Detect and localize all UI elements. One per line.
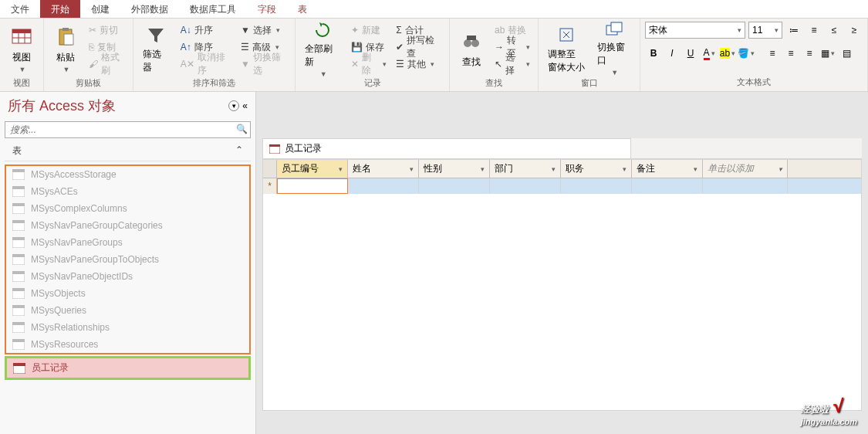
find-button[interactable]: 查找: [454, 22, 488, 76]
column-header[interactable]: 备注▾: [632, 160, 703, 178]
active-cell[interactable]: [277, 178, 348, 194]
selection-filter-button[interactable]: ▼选择▾: [238, 22, 290, 39]
cell[interactable]: [419, 178, 490, 194]
sort-desc-icon: A↑: [181, 42, 191, 53]
fit-window-button[interactable]: 调整至 窗体大小: [543, 22, 589, 76]
copy-icon: ⎘: [89, 42, 94, 53]
underline-button[interactable]: U: [682, 45, 699, 62]
tab-home[interactable]: 开始: [40, 0, 80, 18]
cell[interactable]: [561, 178, 632, 194]
switch-window-button[interactable]: 切换窗口 ▼: [593, 22, 635, 76]
search-input[interactable]: [5, 121, 251, 138]
new-record-button[interactable]: ✦新建: [348, 22, 390, 39]
column-dropdown-icon[interactable]: ▾: [339, 165, 343, 173]
nav-item[interactable]: MSysResources: [6, 336, 249, 353]
svg-rect-10: [467, 36, 476, 40]
indent-inc-button[interactable]: ≥: [846, 22, 863, 39]
view-button[interactable]: 视图 ▼: [5, 22, 39, 76]
nav-section-header[interactable]: 表 ⌃: [5, 141, 251, 161]
nav-item[interactable]: MSysObjects: [6, 285, 249, 302]
toggle-filter-button[interactable]: ▼切换筛选: [238, 56, 290, 73]
column-dropdown-icon[interactable]: ▾: [623, 165, 627, 173]
nav-item[interactable]: MSysAccessStorage: [6, 166, 249, 183]
align-center-button[interactable]: ≡: [782, 45, 799, 62]
altcolor-button[interactable]: ▤: [838, 45, 855, 62]
nav-item[interactable]: MSysRelationships: [6, 319, 249, 336]
bullets-icon: ≔: [789, 25, 799, 36]
tab-fields[interactable]: 字段: [247, 0, 287, 18]
cell[interactable]: [490, 178, 561, 194]
bold-button[interactable]: B: [645, 45, 662, 62]
gridlines-button[interactable]: ▦▾: [819, 45, 836, 62]
bullets-button[interactable]: ≔: [785, 22, 802, 39]
font-select[interactable]: 宋体▾: [645, 22, 745, 39]
tab-create[interactable]: 创建: [80, 0, 120, 18]
nav-item[interactable]: MSysQueries: [6, 302, 249, 319]
nav-item[interactable]: MSysNavPaneObjectIDs: [6, 268, 249, 285]
nav-item[interactable]: MSysNavPaneGroupCategories: [6, 217, 249, 234]
cell[interactable]: [632, 178, 703, 194]
datasheet-body[interactable]: [263, 194, 861, 410]
column-header[interactable]: 姓名▾: [348, 160, 419, 178]
align-left-button[interactable]: ≡: [764, 45, 781, 62]
more-records-button[interactable]: ☰其他▾: [393, 56, 444, 73]
numbering-button[interactable]: ≡: [806, 22, 822, 39]
column-header[interactable]: 职务▾: [561, 160, 632, 178]
object-tab[interactable]: 员工记录: [262, 138, 631, 158]
svg-rect-17: [12, 186, 25, 189]
nav-item[interactable]: MSysNavPaneGroupToObjects: [6, 251, 249, 268]
fillcolor-button[interactable]: 🪣▾: [738, 45, 755, 62]
nav-item-selected[interactable]: 员工记录: [7, 358, 248, 378]
search-icon[interactable]: 🔍: [236, 124, 248, 134]
delete-record-button[interactable]: ✕删除▾: [348, 56, 390, 73]
column-dropdown-icon[interactable]: ▾: [481, 165, 485, 173]
cell[interactable]: [348, 178, 419, 194]
format-painter-button[interactable]: 🖌格式刷: [86, 56, 128, 73]
nav-collapse-icon[interactable]: «: [242, 100, 248, 111]
fontsize-select[interactable]: 11▾: [748, 22, 782, 39]
spelling-button[interactable]: ✔拼写检查: [393, 39, 444, 56]
cut-button[interactable]: ✂剪切: [86, 22, 128, 39]
table-icon: [269, 144, 280, 154]
paste-button[interactable]: 粘贴 ▼: [49, 22, 83, 76]
underline-icon: U: [687, 48, 694, 59]
group-records: 全部刷新 ▼ ✦新建 💾保存 ✕删除▾ Σ合计 ✔拼写检查 ☰其他▾ 记录: [296, 19, 450, 91]
tab-dbtools[interactable]: 数据库工具: [179, 0, 247, 18]
group-textformat-label: 文本格式: [645, 75, 863, 88]
column-header[interactable]: 部门▾: [490, 160, 561, 178]
new-record-row[interactable]: *: [263, 178, 861, 194]
svg-rect-37: [13, 363, 25, 366]
indent-dec-button[interactable]: ≤: [826, 22, 843, 39]
svg-rect-31: [12, 305, 25, 308]
column-header[interactable]: 员工编号▾: [277, 160, 348, 178]
nav-item[interactable]: MSysNavPaneGroups: [6, 234, 249, 251]
tab-table[interactable]: 表: [287, 0, 318, 18]
nav-item[interactable]: MSysACEs: [6, 183, 249, 200]
clear-sort-button[interactable]: A✕取消排序: [177, 56, 235, 73]
nav-dropdown-icon[interactable]: ▼: [228, 100, 239, 111]
select-button[interactable]: ↖选择▾: [491, 56, 533, 73]
column-dropdown-icon[interactable]: ▾: [410, 165, 414, 173]
nav-item[interactable]: MSysComplexColumns: [6, 200, 249, 217]
refresh-button[interactable]: 全部刷新 ▼: [300, 22, 345, 76]
column-dropdown-icon[interactable]: ▾: [694, 165, 697, 173]
cell[interactable]: [703, 178, 788, 194]
column-dropdown-icon[interactable]: ▾: [552, 165, 556, 173]
fontcolor-button[interactable]: A▾: [701, 45, 718, 62]
add-column[interactable]: 单击以添加▾: [703, 160, 788, 178]
italic-button[interactable]: I: [664, 45, 681, 62]
cursor-icon: ↖: [495, 59, 502, 70]
align-right-button[interactable]: ≡: [801, 45, 818, 62]
filter-button[interactable]: 筛选器: [138, 22, 174, 76]
sort-asc-button[interactable]: A↓升序: [177, 22, 235, 39]
tab-external[interactable]: 外部数据: [120, 0, 179, 18]
svg-rect-1: [12, 29, 31, 33]
highlight-button[interactable]: ab▾: [719, 45, 736, 62]
select-all-corner[interactable]: [263, 160, 277, 178]
tab-file[interactable]: 文件: [0, 0, 40, 18]
row-selector[interactable]: *: [263, 178, 277, 194]
svg-rect-35: [12, 339, 25, 342]
check-icon: √: [833, 395, 843, 416]
column-header[interactable]: 性别▾: [419, 160, 490, 178]
advanced-icon: ☰: [241, 42, 249, 53]
